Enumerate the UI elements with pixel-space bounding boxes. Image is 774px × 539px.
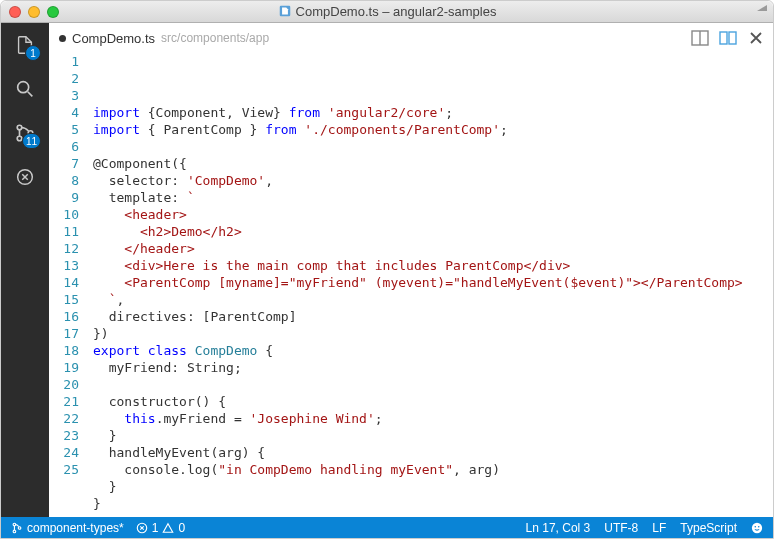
line-number: 25 [49, 461, 79, 478]
status-problems[interactable]: 1 0 [136, 521, 185, 535]
svg-point-15 [758, 526, 760, 528]
code-line[interactable]: }) [93, 325, 773, 342]
window-titlebar: CompDemo.ts – angular2-samples [1, 1, 773, 23]
code-line[interactable] [93, 376, 773, 393]
status-cursor-position[interactable]: Ln 17, Col 3 [526, 521, 591, 535]
code-line[interactable]: directives: [ParentComp] [93, 308, 773, 325]
code-line[interactable]: this.myFriend = 'Josephine Wind'; [93, 410, 773, 427]
code-line[interactable]: selector: 'CompDemo', [93, 172, 773, 189]
line-number: 14 [49, 274, 79, 291]
code-line[interactable] [93, 512, 773, 517]
editor-group: CompDemo.ts src/components/app 123456789… [49, 23, 773, 517]
line-number: 2 [49, 70, 79, 87]
code-line[interactable]: `, [93, 291, 773, 308]
code-line[interactable]: } [93, 495, 773, 512]
explorer-badge: 1 [25, 45, 41, 61]
status-language[interactable]: TypeScript [680, 521, 737, 535]
source-control-button[interactable]: 11 [11, 119, 39, 147]
split-editor-icon[interactable] [691, 29, 709, 47]
dirty-indicator-icon [59, 35, 66, 42]
line-number: 22 [49, 410, 79, 427]
zoom-window-button[interactable] [47, 6, 59, 18]
fullscreen-icon[interactable] [755, 3, 769, 17]
activity-bar: 1 11 [1, 23, 49, 517]
line-number: 17 [49, 325, 79, 342]
line-number: 3 [49, 87, 79, 104]
code-editor[interactable]: 1234567891011121314151617181920212223242… [49, 53, 773, 517]
status-warnings-count: 0 [178, 521, 185, 535]
line-number: 21 [49, 393, 79, 410]
code-line[interactable]: </header> [93, 240, 773, 257]
tab-filepath: src/components/app [161, 31, 269, 45]
code-line[interactable]: <div>Here is the main comp that includes… [93, 257, 773, 274]
debug-view-button[interactable] [11, 163, 39, 191]
code-line[interactable]: <header> [93, 206, 773, 223]
line-number: 16 [49, 308, 79, 325]
line-number: 7 [49, 155, 79, 172]
status-branch[interactable]: component-types* [11, 521, 124, 535]
line-number: 9 [49, 189, 79, 206]
explorer-view-button[interactable]: 1 [11, 31, 39, 59]
line-number: 13 [49, 257, 79, 274]
code-line[interactable]: <h2>Demo</h2> [93, 223, 773, 240]
line-number: 6 [49, 138, 79, 155]
code-line[interactable]: <ParentComp [myname]="myFriend" (myevent… [93, 274, 773, 291]
line-number: 20 [49, 376, 79, 393]
search-view-button[interactable] [11, 75, 39, 103]
status-errors-count: 1 [152, 521, 159, 535]
svg-point-10 [13, 530, 16, 533]
status-bar: component-types* 1 0 Ln 17, Col 3 UTF-8 … [1, 517, 773, 539]
git-badge: 11 [22, 133, 41, 149]
close-window-button[interactable] [9, 6, 21, 18]
code-line[interactable] [93, 138, 773, 155]
code-line[interactable]: template: ` [93, 189, 773, 206]
line-number-gutter: 1234567891011121314151617181920212223242… [49, 53, 93, 517]
svg-point-11 [18, 527, 21, 530]
editor-tab-bar: CompDemo.ts src/components/app [49, 23, 773, 53]
line-number: 23 [49, 427, 79, 444]
svg-point-2 [17, 125, 22, 130]
close-editor-icon[interactable] [747, 29, 765, 47]
status-feedback-icon[interactable] [751, 522, 763, 534]
code-line[interactable]: import {Component, View} from 'angular2/… [93, 104, 773, 121]
code-line[interactable]: handleMyEvent(arg) { [93, 444, 773, 461]
code-line[interactable]: } [93, 427, 773, 444]
status-encoding[interactable]: UTF-8 [604, 521, 638, 535]
svg-rect-0 [279, 6, 290, 17]
svg-rect-7 [720, 32, 727, 44]
minimize-window-button[interactable] [28, 6, 40, 18]
line-number: 8 [49, 172, 79, 189]
code-line[interactable]: myFriend: String; [93, 359, 773, 376]
line-number: 11 [49, 223, 79, 240]
svg-point-14 [755, 526, 757, 528]
tab-filename[interactable]: CompDemo.ts [72, 31, 155, 46]
window-controls [1, 6, 59, 18]
code-line[interactable]: import { ParentComp } from './components… [93, 121, 773, 138]
line-number: 4 [49, 104, 79, 121]
vscode-file-icon [278, 4, 292, 18]
svg-point-1 [18, 82, 29, 93]
line-number: 12 [49, 240, 79, 257]
line-number: 24 [49, 444, 79, 461]
status-eol[interactable]: LF [652, 521, 666, 535]
code-line[interactable]: @Component({ [93, 155, 773, 172]
code-line[interactable]: constructor() { [93, 393, 773, 410]
line-number: 15 [49, 291, 79, 308]
code-content[interactable]: import {Component, View} from 'angular2/… [93, 53, 773, 517]
line-number: 5 [49, 121, 79, 138]
code-line[interactable]: console.log("in CompDemo handling myEven… [93, 461, 773, 478]
svg-point-13 [752, 523, 762, 533]
line-number: 1 [49, 53, 79, 70]
line-number: 18 [49, 342, 79, 359]
line-number: 19 [49, 359, 79, 376]
code-line[interactable]: export class CompDemo { [93, 342, 773, 359]
svg-rect-8 [729, 32, 736, 44]
line-number: 10 [49, 206, 79, 223]
compare-icon[interactable] [719, 29, 737, 47]
code-line[interactable]: } [93, 478, 773, 495]
window-title: CompDemo.ts – angular2-samples [1, 4, 773, 19]
